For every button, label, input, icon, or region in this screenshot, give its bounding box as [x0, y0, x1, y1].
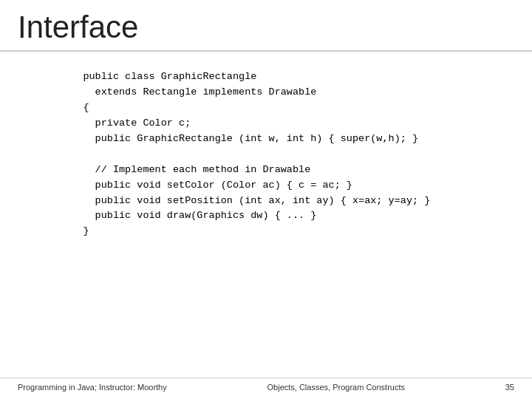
- code-block: public class GraphicRectangle extends Re…: [59, 69, 514, 239]
- content-section: public class GraphicRectangle extends Re…: [0, 52, 532, 254]
- slide-title: Interface: [18, 10, 514, 44]
- header-section: Interface: [0, 0, 532, 52]
- footer-center: Objects, Classes, Program Constructs: [267, 383, 405, 392]
- footer-section: Programming in Java; Instructor: Moorthy…: [0, 378, 532, 392]
- footer-right: 35: [505, 383, 514, 392]
- slide-container: Interface public class GraphicRectangle …: [0, 0, 532, 399]
- footer-left: Programming in Java; Instructor: Moorthy: [18, 383, 167, 392]
